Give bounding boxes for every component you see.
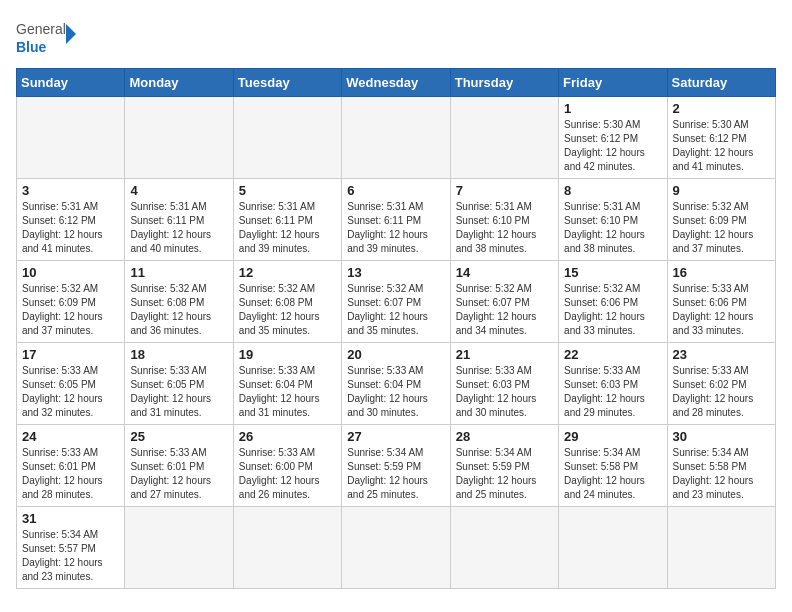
day-info: Sunrise: 5:34 AM Sunset: 5:59 PM Dayligh… (347, 446, 444, 502)
calendar-cell: 3Sunrise: 5:31 AM Sunset: 6:12 PM Daylig… (17, 179, 125, 261)
calendar-cell: 31Sunrise: 5:34 AM Sunset: 5:57 PM Dayli… (17, 507, 125, 589)
svg-text:Blue: Blue (16, 39, 47, 55)
calendar-cell (450, 97, 558, 179)
day-number: 6 (347, 183, 444, 198)
day-info: Sunrise: 5:33 AM Sunset: 6:00 PM Dayligh… (239, 446, 336, 502)
day-number: 19 (239, 347, 336, 362)
day-info: Sunrise: 5:31 AM Sunset: 6:12 PM Dayligh… (22, 200, 119, 256)
calendar-cell (125, 507, 233, 589)
day-info: Sunrise: 5:31 AM Sunset: 6:11 PM Dayligh… (347, 200, 444, 256)
calendar-cell: 21Sunrise: 5:33 AM Sunset: 6:03 PM Dayli… (450, 343, 558, 425)
week-row-3: 10Sunrise: 5:32 AM Sunset: 6:09 PM Dayli… (17, 261, 776, 343)
day-info: Sunrise: 5:33 AM Sunset: 6:04 PM Dayligh… (239, 364, 336, 420)
day-number: 23 (673, 347, 770, 362)
header-monday: Monday (125, 69, 233, 97)
calendar-cell: 2Sunrise: 5:30 AM Sunset: 6:12 PM Daylig… (667, 97, 775, 179)
logo: General Blue (16, 16, 76, 60)
day-info: Sunrise: 5:32 AM Sunset: 6:08 PM Dayligh… (239, 282, 336, 338)
day-number: 10 (22, 265, 119, 280)
calendar-cell: 20Sunrise: 5:33 AM Sunset: 6:04 PM Dayli… (342, 343, 450, 425)
svg-marker-2 (66, 24, 76, 44)
day-number: 4 (130, 183, 227, 198)
header-sunday: Sunday (17, 69, 125, 97)
day-info: Sunrise: 5:34 AM Sunset: 5:58 PM Dayligh… (673, 446, 770, 502)
calendar-cell: 25Sunrise: 5:33 AM Sunset: 6:01 PM Dayli… (125, 425, 233, 507)
day-number: 12 (239, 265, 336, 280)
day-number: 11 (130, 265, 227, 280)
calendar-cell: 30Sunrise: 5:34 AM Sunset: 5:58 PM Dayli… (667, 425, 775, 507)
svg-text:General: General (16, 21, 66, 37)
day-number: 17 (22, 347, 119, 362)
generalblue-logo-icon: General Blue (16, 16, 76, 60)
day-number: 15 (564, 265, 661, 280)
calendar-cell: 28Sunrise: 5:34 AM Sunset: 5:59 PM Dayli… (450, 425, 558, 507)
day-number: 27 (347, 429, 444, 444)
calendar-cell: 24Sunrise: 5:33 AM Sunset: 6:01 PM Dayli… (17, 425, 125, 507)
day-number: 3 (22, 183, 119, 198)
header-tuesday: Tuesday (233, 69, 341, 97)
day-info: Sunrise: 5:34 AM Sunset: 5:58 PM Dayligh… (564, 446, 661, 502)
day-info: Sunrise: 5:32 AM Sunset: 6:06 PM Dayligh… (564, 282, 661, 338)
calendar-cell: 4Sunrise: 5:31 AM Sunset: 6:11 PM Daylig… (125, 179, 233, 261)
day-info: Sunrise: 5:32 AM Sunset: 6:09 PM Dayligh… (673, 200, 770, 256)
calendar-cell: 13Sunrise: 5:32 AM Sunset: 6:07 PM Dayli… (342, 261, 450, 343)
day-number: 18 (130, 347, 227, 362)
day-number: 8 (564, 183, 661, 198)
calendar-cell: 15Sunrise: 5:32 AM Sunset: 6:06 PM Dayli… (559, 261, 667, 343)
day-info: Sunrise: 5:33 AM Sunset: 6:02 PM Dayligh… (673, 364, 770, 420)
day-number: 26 (239, 429, 336, 444)
calendar: SundayMondayTuesdayWednesdayThursdayFrid… (16, 68, 776, 589)
day-info: Sunrise: 5:33 AM Sunset: 6:03 PM Dayligh… (564, 364, 661, 420)
calendar-cell: 7Sunrise: 5:31 AM Sunset: 6:10 PM Daylig… (450, 179, 558, 261)
day-info: Sunrise: 5:34 AM Sunset: 5:57 PM Dayligh… (22, 528, 119, 584)
day-number: 20 (347, 347, 444, 362)
day-info: Sunrise: 5:33 AM Sunset: 6:03 PM Dayligh… (456, 364, 553, 420)
day-info: Sunrise: 5:33 AM Sunset: 6:01 PM Dayligh… (130, 446, 227, 502)
day-number: 25 (130, 429, 227, 444)
day-number: 22 (564, 347, 661, 362)
day-number: 24 (22, 429, 119, 444)
day-info: Sunrise: 5:31 AM Sunset: 6:10 PM Dayligh… (456, 200, 553, 256)
day-number: 29 (564, 429, 661, 444)
calendar-cell: 8Sunrise: 5:31 AM Sunset: 6:10 PM Daylig… (559, 179, 667, 261)
week-row-4: 17Sunrise: 5:33 AM Sunset: 6:05 PM Dayli… (17, 343, 776, 425)
calendar-cell: 1Sunrise: 5:30 AM Sunset: 6:12 PM Daylig… (559, 97, 667, 179)
day-info: Sunrise: 5:32 AM Sunset: 6:09 PM Dayligh… (22, 282, 119, 338)
calendar-cell: 29Sunrise: 5:34 AM Sunset: 5:58 PM Dayli… (559, 425, 667, 507)
day-number: 14 (456, 265, 553, 280)
day-info: Sunrise: 5:33 AM Sunset: 6:05 PM Dayligh… (22, 364, 119, 420)
day-info: Sunrise: 5:31 AM Sunset: 6:10 PM Dayligh… (564, 200, 661, 256)
header: General Blue (16, 16, 776, 60)
week-row-5: 24Sunrise: 5:33 AM Sunset: 6:01 PM Dayli… (17, 425, 776, 507)
day-number: 1 (564, 101, 661, 116)
calendar-cell (667, 507, 775, 589)
day-number: 5 (239, 183, 336, 198)
calendar-cell: 27Sunrise: 5:34 AM Sunset: 5:59 PM Dayli… (342, 425, 450, 507)
calendar-cell (342, 97, 450, 179)
header-friday: Friday (559, 69, 667, 97)
calendar-cell (559, 507, 667, 589)
calendar-cell (450, 507, 558, 589)
day-info: Sunrise: 5:31 AM Sunset: 6:11 PM Dayligh… (239, 200, 336, 256)
day-info: Sunrise: 5:33 AM Sunset: 6:06 PM Dayligh… (673, 282, 770, 338)
calendar-cell (233, 97, 341, 179)
calendar-cell: 18Sunrise: 5:33 AM Sunset: 6:05 PM Dayli… (125, 343, 233, 425)
header-thursday: Thursday (450, 69, 558, 97)
day-number: 13 (347, 265, 444, 280)
calendar-cell (125, 97, 233, 179)
week-row-6: 31Sunrise: 5:34 AM Sunset: 5:57 PM Dayli… (17, 507, 776, 589)
calendar-cell: 6Sunrise: 5:31 AM Sunset: 6:11 PM Daylig… (342, 179, 450, 261)
day-info: Sunrise: 5:34 AM Sunset: 5:59 PM Dayligh… (456, 446, 553, 502)
day-number: 9 (673, 183, 770, 198)
calendar-cell (17, 97, 125, 179)
calendar-cell: 23Sunrise: 5:33 AM Sunset: 6:02 PM Dayli… (667, 343, 775, 425)
week-row-1: 1Sunrise: 5:30 AM Sunset: 6:12 PM Daylig… (17, 97, 776, 179)
calendar-cell: 22Sunrise: 5:33 AM Sunset: 6:03 PM Dayli… (559, 343, 667, 425)
calendar-cell: 16Sunrise: 5:33 AM Sunset: 6:06 PM Dayli… (667, 261, 775, 343)
day-number: 16 (673, 265, 770, 280)
calendar-cell: 10Sunrise: 5:32 AM Sunset: 6:09 PM Dayli… (17, 261, 125, 343)
calendar-cell: 19Sunrise: 5:33 AM Sunset: 6:04 PM Dayli… (233, 343, 341, 425)
day-info: Sunrise: 5:32 AM Sunset: 6:08 PM Dayligh… (130, 282, 227, 338)
day-info: Sunrise: 5:32 AM Sunset: 6:07 PM Dayligh… (456, 282, 553, 338)
day-info: Sunrise: 5:30 AM Sunset: 6:12 PM Dayligh… (564, 118, 661, 174)
